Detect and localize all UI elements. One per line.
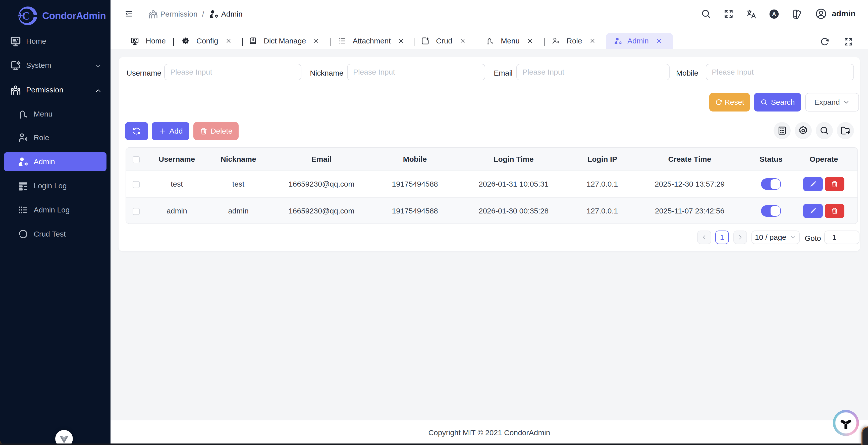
svg-text:C: C xyxy=(22,10,30,22)
